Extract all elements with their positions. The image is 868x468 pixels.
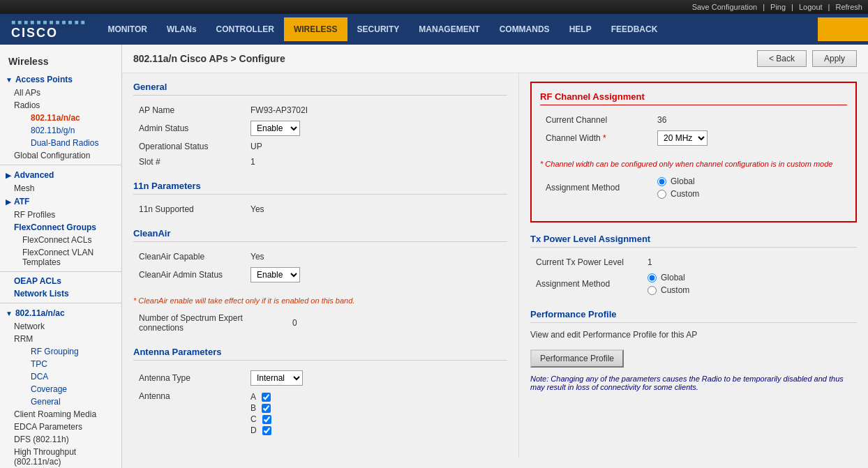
sidebar-item-high-throughput[interactable]: High Throughput (802.11n/ac) (0, 446, 121, 468)
performance-profile-button[interactable]: Performance Profile (530, 349, 624, 368)
ap-name-value: FW93-AP3702I (245, 103, 507, 118)
tx-custom-radio[interactable] (648, 286, 657, 295)
rf-channel-title: RF Channel Assignment (540, 91, 847, 105)
tx-global-radio[interactable] (648, 273, 657, 282)
nav-wireless[interactable]: WIRELESS (284, 17, 347, 41)
sidebar-item-advanced[interactable]: ▶ Advanced (0, 168, 121, 182)
main-content: 802.11a/n Cisco APs > Configure < Back A… (122, 45, 868, 468)
sidebar-title: Wireless (0, 50, 121, 73)
current-tx-level-value: 1 (642, 255, 857, 270)
sidebar-group-access-points: ▼ Access Points All APs Radios 802.11a/n… (0, 73, 121, 162)
sidebar-item-all-aps[interactable]: All APs (0, 86, 121, 99)
sidebar-item-network-lists[interactable]: Network Lists (0, 287, 121, 300)
antenna-c-checkbox[interactable] (262, 415, 271, 424)
advanced-label: Advanced (14, 170, 54, 180)
11n-title: 11n Parameters (133, 181, 507, 195)
sidebar-item-802-group[interactable]: ▼ 802.11a/n/ac (0, 306, 121, 320)
ap-name-label: AP Name (133, 103, 245, 118)
tx-global-radio-item: Global (648, 273, 851, 282)
nav-home[interactable]: ⌂ Home (818, 17, 868, 41)
perf-profile-note: Note: Changing any of the parameters cau… (530, 375, 857, 391)
sidebar-item-atf[interactable]: ▶ ATF (0, 195, 121, 209)
nav-security[interactable]: SECURITY (347, 17, 410, 41)
sidebar-item-tpc[interactable]: TPC (0, 358, 121, 370)
tx-assignment-options: Global Custom (642, 270, 857, 298)
antenna-d-checkbox[interactable] (262, 426, 271, 435)
antenna-b-checkbox[interactable] (262, 404, 271, 413)
save-config-link[interactable]: Save Configuration (692, 3, 758, 11)
cleanair-note: * CleanAir enable will take effect only … (133, 296, 507, 305)
rf-channel-section: RF Channel Assignment Current Channel 36… (530, 82, 857, 222)
current-channel-value: 36 (652, 112, 847, 128)
antenna-d-label: D (250, 425, 257, 435)
sidebar-item-rrm-general[interactable]: General (0, 395, 121, 408)
antenna-a-checkbox[interactable] (262, 393, 271, 402)
global-radio-item: Global (657, 176, 841, 186)
sidebar-item-oeap-acls[interactable]: OEAP ACLs (0, 275, 121, 287)
nav-monitor[interactable]: MONITOR (98, 17, 156, 41)
admin-status-cell: Enable Disable (245, 118, 507, 139)
atf-label: ATF (14, 197, 29, 206)
refresh-link[interactable]: Refresh (835, 3, 862, 11)
sidebar-item-rf-profiles[interactable]: RF Profiles (0, 209, 121, 221)
nav-help[interactable]: HELP (560, 17, 601, 41)
logo-nav: ■■■■■■■■■■■■ CISCO MONITOR WLANs CONTROL… (0, 14, 868, 45)
channel-width-select[interactable]: 20 MHz 40 MHz 80 MHz (657, 130, 708, 146)
sidebar: Wireless ▼ Access Points All APs Radios … (0, 45, 122, 468)
tx-global-label: Global (661, 273, 685, 282)
sidebar-item-flexconnect-groups[interactable]: FlexConnect Groups (0, 221, 121, 234)
ping-link[interactable]: Ping (770, 3, 786, 11)
11n-supported-value: Yes (245, 202, 507, 217)
content-header: 802.11a/n Cisco APs > Configure < Back A… (122, 45, 868, 73)
cisco-logo-text: CISCO (11, 26, 87, 40)
sidebar-item-flexconnect-vlan[interactable]: FlexConnect VLAN Templates (0, 246, 121, 269)
cleanair-admin-cell: Enable Disable (245, 264, 507, 285)
sidebar-item-radio-a[interactable]: 802.11a/n/ac (0, 112, 121, 124)
general-table: AP Name FW93-AP3702I Admin Status Enable… (133, 103, 507, 169)
page-wrapper: Wireless ▼ Access Points All APs Radios … (0, 45, 868, 468)
nav-wlans[interactable]: WLANs (157, 17, 207, 41)
sidebar-item-coverage[interactable]: Coverage (0, 383, 121, 395)
sidebar-item-edca[interactable]: EDCA Parameters (0, 421, 121, 433)
slot-value: 1 (245, 154, 507, 169)
logout-link[interactable]: Logout (799, 3, 823, 11)
sidebar-item-rf-grouping[interactable]: RF Grouping (0, 345, 121, 358)
sidebar-item-flexconnect-acls[interactable]: FlexConnect ACLs (0, 234, 121, 246)
arrow-right-icon: ▶ (6, 172, 11, 179)
sidebar-item-client-roaming[interactable]: Client Roaming Media (0, 408, 121, 421)
antenna-type-select[interactable]: Internal External (250, 370, 303, 386)
nav-commands[interactable]: COMMANDS (490, 17, 560, 41)
sidebar-item-mesh[interactable]: Mesh (0, 182, 121, 195)
nav-management[interactable]: MANAGEMENT (409, 17, 489, 41)
global-radio[interactable] (657, 177, 666, 186)
sidebar-item-global-config[interactable]: Global Configuration (0, 149, 121, 162)
sidebar-item-network[interactable]: Network (0, 320, 121, 333)
table-row: CleanAir Admin Status Enable Disable (133, 264, 507, 285)
back-button[interactable]: < Back (757, 50, 807, 67)
global-label: Global (671, 176, 695, 186)
sidebar-item-rrm-label: RRM (0, 333, 121, 345)
nav-feedback[interactable]: FEEDBACK (601, 17, 668, 41)
sidebar-item-access-points[interactable]: ▼ Access Points (0, 73, 121, 86)
perf-profile-title: Performance Profile (530, 309, 857, 323)
antenna-a-row: A (250, 391, 502, 402)
cleanair-admin-select[interactable]: Enable Disable (250, 267, 300, 282)
802-group-label: 802.11a/n/ac (15, 308, 65, 318)
apply-button[interactable]: Apply (812, 50, 857, 67)
tx-custom-radio-item: Custom (648, 285, 851, 295)
custom-radio[interactable] (657, 190, 666, 199)
sidebar-item-dfs[interactable]: DFS (802.11h) (0, 433, 121, 446)
nav-controller[interactable]: CONTROLLER (207, 17, 284, 41)
channel-width-label: Channel Width * (540, 128, 652, 149)
table-row: Admin Status Enable Disable (133, 118, 507, 139)
slot-label: Slot # (133, 154, 245, 169)
home-label: Home (835, 24, 858, 34)
table-row: Assignment Method Global Cust (530, 270, 857, 298)
sidebar-item-radio-dual[interactable]: Dual-Band Radios (0, 137, 121, 149)
sidebar-item-radio-b[interactable]: 802.11b/g/n (0, 124, 121, 137)
sidebar-item-dca[interactable]: DCA (0, 370, 121, 383)
assignment-method-label: Assignment Method (540, 174, 652, 202)
current-channel-label: Current Channel (540, 112, 652, 128)
access-points-label: Access Points (15, 75, 73, 84)
admin-status-select[interactable]: Enable Disable (250, 121, 300, 136)
